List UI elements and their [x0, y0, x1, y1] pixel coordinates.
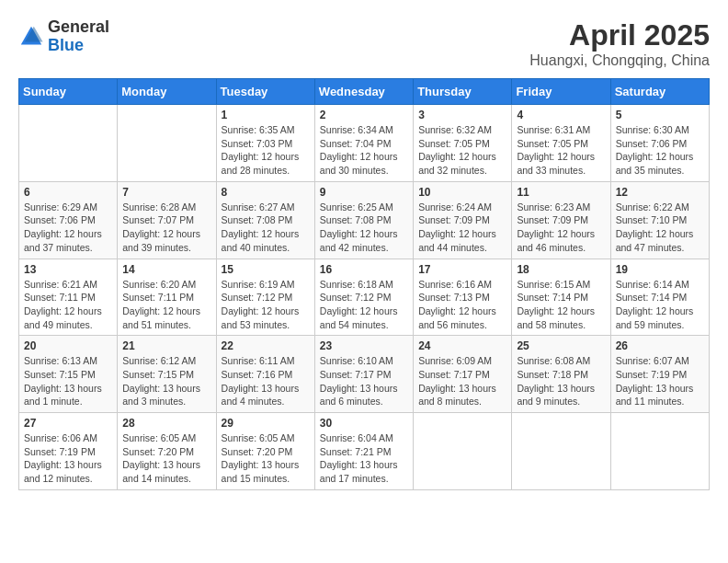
day-info: Sunrise: 6:31 AM Sunset: 7:05 PM Dayligh… — [517, 123, 605, 178]
calendar-cell: 15Sunrise: 6:19 AM Sunset: 7:12 PM Dayli… — [216, 259, 314, 336]
day-info: Sunrise: 6:20 AM Sunset: 7:11 PM Dayligh… — [122, 278, 210, 332]
calendar-cell: 26Sunrise: 6:07 AM Sunset: 7:19 PM Dayli… — [610, 336, 709, 413]
weekday-header-thursday: Thursday — [414, 79, 512, 105]
day-info: Sunrise: 6:16 AM Sunset: 7:13 PM Dayligh… — [418, 278, 506, 332]
day-info: Sunrise: 6:25 AM Sunset: 7:08 PM Dayligh… — [320, 201, 408, 255]
weekday-header-wednesday: Wednesday — [314, 79, 413, 105]
calendar-cell: 23Sunrise: 6:10 AM Sunset: 7:17 PM Dayli… — [314, 336, 413, 413]
day-number: 7 — [122, 186, 210, 199]
calendar-week-row: 27Sunrise: 6:06 AM Sunset: 7:19 PM Dayli… — [19, 413, 710, 490]
weekday-header-row: SundayMondayTuesdayWednesdayThursdayFrid… — [19, 79, 710, 105]
day-number: 28 — [122, 417, 210, 430]
day-number: 1 — [222, 109, 310, 121]
calendar-cell: 12Sunrise: 6:22 AM Sunset: 7:10 PM Dayli… — [610, 181, 709, 259]
day-info: Sunrise: 6:35 AM Sunset: 7:03 PM Dayligh… — [222, 123, 310, 178]
day-number: 21 — [122, 339, 210, 352]
day-info: Sunrise: 6:24 AM Sunset: 7:09 PM Dayligh… — [418, 201, 506, 255]
calendar-cell: 19Sunrise: 6:14 AM Sunset: 7:14 PM Dayli… — [610, 259, 709, 336]
day-info: Sunrise: 6:34 AM Sunset: 7:04 PM Dayligh… — [320, 123, 408, 178]
calendar-table: SundayMondayTuesdayWednesdayThursdayFrid… — [18, 78, 710, 490]
day-number: 5 — [616, 109, 704, 121]
calendar-cell: 5Sunrise: 6:30 AM Sunset: 7:06 PM Daylig… — [610, 105, 709, 182]
calendar-cell: 27Sunrise: 6:06 AM Sunset: 7:19 PM Dayli… — [19, 413, 118, 490]
day-info: Sunrise: 6:09 AM Sunset: 7:17 PM Dayligh… — [418, 354, 506, 408]
calendar-cell: 30Sunrise: 6:04 AM Sunset: 7:21 PM Dayli… — [314, 413, 413, 490]
day-info: Sunrise: 6:14 AM Sunset: 7:14 PM Dayligh… — [616, 278, 704, 332]
day-number: 8 — [222, 186, 310, 199]
logo: General Blue — [18, 18, 109, 55]
calendar-cell: 20Sunrise: 6:13 AM Sunset: 7:15 PM Dayli… — [19, 336, 118, 413]
day-number: 18 — [517, 263, 605, 276]
weekday-header-saturday: Saturday — [610, 79, 709, 105]
calendar-cell: 24Sunrise: 6:09 AM Sunset: 7:17 PM Dayli… — [414, 336, 512, 413]
day-number: 19 — [616, 263, 704, 276]
day-info: Sunrise: 6:30 AM Sunset: 7:06 PM Dayligh… — [616, 123, 704, 178]
calendar-cell: 1Sunrise: 6:35 AM Sunset: 7:03 PM Daylig… — [216, 105, 314, 182]
day-number: 3 — [418, 109, 506, 121]
calendar-cell: 2Sunrise: 6:34 AM Sunset: 7:04 PM Daylig… — [314, 105, 413, 182]
calendar-week-row: 13Sunrise: 6:21 AM Sunset: 7:11 PM Dayli… — [19, 259, 710, 336]
day-number: 13 — [24, 263, 112, 276]
month-title: April 2025 — [529, 18, 710, 52]
calendar-cell: 17Sunrise: 6:16 AM Sunset: 7:13 PM Dayli… — [414, 259, 512, 336]
day-number: 2 — [320, 109, 408, 121]
calendar-cell: 8Sunrise: 6:27 AM Sunset: 7:08 PM Daylig… — [216, 181, 314, 259]
day-number: 29 — [222, 417, 310, 430]
logo-text: General Blue — [48, 18, 109, 55]
calendar-cell: 21Sunrise: 6:12 AM Sunset: 7:15 PM Dayli… — [118, 336, 216, 413]
day-number: 6 — [24, 186, 112, 199]
day-info: Sunrise: 6:07 AM Sunset: 7:19 PM Dayligh… — [616, 354, 704, 408]
day-info: Sunrise: 6:15 AM Sunset: 7:14 PM Dayligh… — [517, 278, 605, 332]
day-number: 27 — [24, 417, 112, 430]
day-number: 22 — [222, 339, 310, 352]
weekday-header-sunday: Sunday — [19, 79, 118, 105]
day-number: 20 — [24, 339, 112, 352]
calendar-cell: 4Sunrise: 6:31 AM Sunset: 7:05 PM Daylig… — [512, 105, 610, 182]
calendar-week-row: 20Sunrise: 6:13 AM Sunset: 7:15 PM Dayli… — [19, 336, 710, 413]
calendar-cell: 10Sunrise: 6:24 AM Sunset: 7:09 PM Dayli… — [414, 181, 512, 259]
day-number: 14 — [122, 263, 210, 276]
weekday-header-monday: Monday — [118, 79, 216, 105]
calendar-cell — [118, 105, 216, 182]
calendar-cell: 9Sunrise: 6:25 AM Sunset: 7:08 PM Daylig… — [314, 181, 413, 259]
day-number: 16 — [320, 263, 408, 276]
day-info: Sunrise: 6:12 AM Sunset: 7:15 PM Dayligh… — [122, 354, 210, 408]
calendar-cell: 29Sunrise: 6:05 AM Sunset: 7:20 PM Dayli… — [216, 413, 314, 490]
day-number: 10 — [418, 186, 506, 199]
day-info: Sunrise: 6:05 AM Sunset: 7:20 PM Dayligh… — [122, 431, 210, 486]
calendar-cell: 13Sunrise: 6:21 AM Sunset: 7:11 PM Dayli… — [19, 259, 118, 336]
day-number: 17 — [418, 263, 506, 276]
day-number: 25 — [517, 339, 605, 352]
day-info: Sunrise: 6:13 AM Sunset: 7:15 PM Dayligh… — [24, 354, 112, 408]
day-info: Sunrise: 6:23 AM Sunset: 7:09 PM Dayligh… — [517, 201, 605, 255]
weekday-header-friday: Friday — [512, 79, 610, 105]
calendar-cell: 11Sunrise: 6:23 AM Sunset: 7:09 PM Dayli… — [512, 181, 610, 259]
calendar-week-row: 1Sunrise: 6:35 AM Sunset: 7:03 PM Daylig… — [19, 105, 710, 182]
day-number: 4 — [517, 109, 605, 121]
calendar-cell: 28Sunrise: 6:05 AM Sunset: 7:20 PM Dayli… — [118, 413, 216, 490]
title-block: April 2025 Huangxi, Chongqing, China — [529, 18, 710, 69]
day-number: 23 — [320, 339, 408, 352]
day-info: Sunrise: 6:21 AM Sunset: 7:11 PM Dayligh… — [24, 278, 112, 332]
calendar-cell: 3Sunrise: 6:32 AM Sunset: 7:05 PM Daylig… — [414, 105, 512, 182]
day-number: 12 — [616, 186, 704, 199]
day-info: Sunrise: 6:28 AM Sunset: 7:07 PM Dayligh… — [122, 201, 210, 255]
day-info: Sunrise: 6:22 AM Sunset: 7:10 PM Dayligh… — [616, 201, 704, 255]
day-info: Sunrise: 6:18 AM Sunset: 7:12 PM Dayligh… — [320, 278, 408, 332]
weekday-header-tuesday: Tuesday — [216, 79, 314, 105]
day-info: Sunrise: 6:19 AM Sunset: 7:12 PM Dayligh… — [222, 278, 310, 332]
calendar-cell — [19, 105, 118, 182]
calendar-cell: 18Sunrise: 6:15 AM Sunset: 7:14 PM Dayli… — [512, 259, 610, 336]
calendar-cell — [414, 413, 512, 490]
day-info: Sunrise: 6:32 AM Sunset: 7:05 PM Dayligh… — [418, 123, 506, 178]
calendar-cell: 22Sunrise: 6:11 AM Sunset: 7:16 PM Dayli… — [216, 336, 314, 413]
day-info: Sunrise: 6:04 AM Sunset: 7:21 PM Dayligh… — [320, 431, 408, 486]
day-number: 9 — [320, 186, 408, 199]
day-info: Sunrise: 6:11 AM Sunset: 7:16 PM Dayligh… — [222, 354, 310, 408]
day-number: 30 — [320, 417, 408, 430]
day-number: 11 — [517, 186, 605, 199]
location-title: Huangxi, Chongqing, China — [529, 52, 710, 69]
calendar-cell: 14Sunrise: 6:20 AM Sunset: 7:11 PM Dayli… — [118, 259, 216, 336]
calendar-cell — [610, 413, 709, 490]
day-info: Sunrise: 6:06 AM Sunset: 7:19 PM Dayligh… — [24, 431, 112, 486]
